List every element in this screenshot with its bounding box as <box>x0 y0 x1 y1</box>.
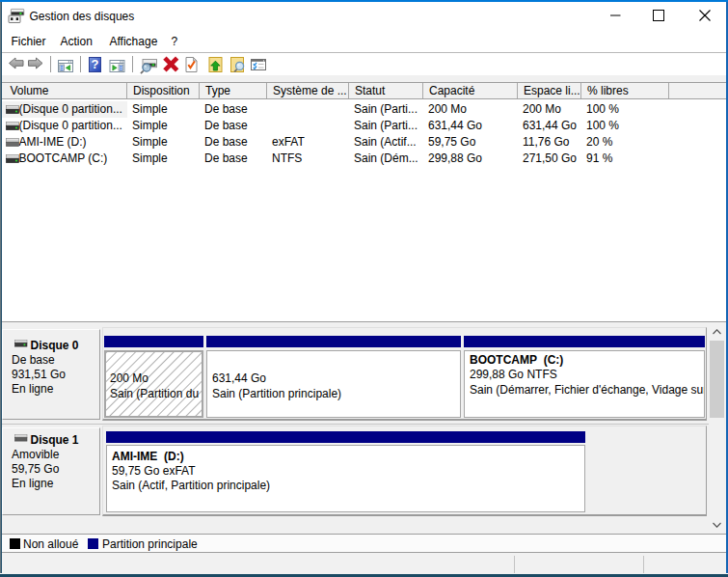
svg-text:?: ? <box>92 57 99 71</box>
